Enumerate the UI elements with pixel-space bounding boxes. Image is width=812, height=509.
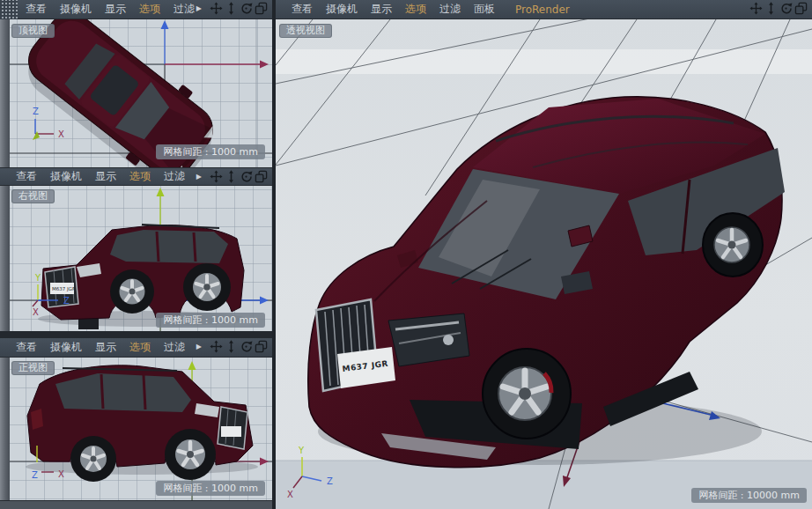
window-bottom-edge xyxy=(0,500,272,509)
zoom-view-icon[interactable] xyxy=(225,2,238,15)
cinema4d-window: 查看 摄像机 显示 选项 过滤 ▶ xyxy=(0,0,812,509)
viewport-label: 右视图 xyxy=(11,189,55,203)
axis-label-z: Z xyxy=(63,296,70,306)
menubar-perspective: 查看 摄像机 显示 选项 过滤 面板 ProRender xyxy=(276,0,812,19)
car-front-view xyxy=(26,365,258,482)
front-wheel xyxy=(110,269,154,314)
viewport-top-canvas[interactable]: Z X 顶视图 网格间距 : 1000 mm xyxy=(10,19,272,167)
axis-label-x: X xyxy=(33,307,39,317)
axis-label-z: Z xyxy=(33,107,39,116)
menu-overflow-icon[interactable]: ▶ xyxy=(196,173,202,181)
perspective-column: 查看 摄像机 显示 选项 过滤 面板 ProRender xyxy=(272,0,812,509)
menubar-front-view: 查看 摄像机 显示 选项 过滤 ▶ xyxy=(0,338,272,358)
window-edge xyxy=(0,358,10,500)
menu-options[interactable]: 选项 xyxy=(404,2,427,17)
viewport-right-canvas[interactable]: M637 JGR xyxy=(10,186,272,331)
menu-filter[interactable]: 过滤 xyxy=(439,2,461,17)
menu-filter[interactable]: 过滤 xyxy=(163,340,186,355)
menu-camera[interactable]: 摄像机 xyxy=(49,340,83,355)
axis-label-y: Y xyxy=(34,273,41,283)
menu-view[interactable]: 查看 xyxy=(15,169,38,184)
axis-label-x: X xyxy=(58,469,64,479)
menu-options[interactable]: 选项 xyxy=(129,169,151,184)
pan-view-icon[interactable] xyxy=(210,170,223,183)
menubar-top-view: 查看 摄像机 显示 选项 过滤 ▶ xyxy=(0,0,272,19)
left-viewport-column: 查看 摄像机 显示 选项 过滤 ▶ xyxy=(0,0,272,509)
viewport-perspective-canvas[interactable]: M637 JGR xyxy=(276,19,812,509)
zoom-view-icon[interactable] xyxy=(225,340,238,353)
pan-view-icon[interactable] xyxy=(210,340,223,353)
menu-overflow-icon[interactable]: ▶ xyxy=(196,343,202,350)
rotate-view-icon[interactable] xyxy=(240,340,253,353)
viewport-label: 顶视图 xyxy=(11,24,55,38)
menu-display[interactable]: 显示 xyxy=(104,2,127,17)
menu-filter[interactable]: 过滤 xyxy=(173,2,196,17)
rear-wheel xyxy=(70,436,116,482)
menu-view[interactable]: 查看 xyxy=(25,2,48,17)
front-view-drawing: Z X xyxy=(10,358,272,500)
pan-view-icon[interactable] xyxy=(210,2,223,15)
rotate-view-icon[interactable] xyxy=(240,2,253,15)
menu-filter[interactable]: 过滤 xyxy=(163,169,186,184)
menu-display[interactable]: 显示 xyxy=(94,340,117,355)
toggle-view-icon[interactable] xyxy=(794,2,808,15)
rotate-view-icon[interactable] xyxy=(779,2,793,15)
menu-view[interactable]: 查看 xyxy=(291,2,314,17)
axis-label-x: X xyxy=(58,129,64,139)
grip-handle[interactable] xyxy=(0,0,18,19)
menubar-right-view: 查看 摄像机 显示 选项 过滤 ▶ xyxy=(0,167,272,186)
menu-display[interactable]: 显示 xyxy=(370,2,393,17)
menu-options[interactable]: 选项 xyxy=(138,2,161,17)
front-wheel xyxy=(483,349,571,439)
menu-camera[interactable]: 摄像机 xyxy=(59,2,92,17)
axis-gizmo-top: Z X xyxy=(33,107,64,140)
toggle-view-icon[interactable] xyxy=(255,170,268,183)
viewport-label: 透视视图 xyxy=(279,24,332,38)
menu-prorender[interactable]: ProRender xyxy=(514,4,571,16)
window-edge xyxy=(0,19,10,167)
menu-options[interactable]: 选项 xyxy=(129,340,151,355)
rotate-view-icon[interactable] xyxy=(240,170,253,183)
viewport-right[interactable]: M637 JGR xyxy=(0,186,272,331)
right-view-drawing: M637 JGR xyxy=(10,186,272,331)
viewport-splitter[interactable] xyxy=(0,331,272,338)
viewport-front-canvas[interactable]: Z X 正视图 网格间距 : 1000 mm xyxy=(10,358,272,500)
menu-panel[interactable]: 面板 xyxy=(473,2,496,17)
axis-label-y: Y xyxy=(298,446,305,455)
menu-camera[interactable]: 摄像机 xyxy=(325,2,358,17)
menu-camera[interactable]: 摄像机 xyxy=(49,169,83,184)
menu-display[interactable]: 显示 xyxy=(94,169,117,184)
menu-overflow-icon[interactable]: ▶ xyxy=(196,4,202,12)
rear-wheel xyxy=(183,263,231,311)
toggle-view-icon[interactable] xyxy=(255,340,268,353)
car-perspective-view: M637 JGR xyxy=(308,97,785,468)
rear-wheel xyxy=(703,213,763,277)
grid-spacing-badge: 网格间距 : 1000 mm xyxy=(156,313,265,328)
front-wheel xyxy=(165,429,216,480)
window-edge xyxy=(0,186,10,331)
grid-spacing-badge: 网格间距 : 1000 mm xyxy=(156,481,265,496)
viewport-top[interactable]: Z X 顶视图 网格间距 : 1000 mm xyxy=(0,19,272,167)
grid-spacing-badge: 网格间距 : 10000 mm xyxy=(691,488,807,503)
menu-view[interactable]: 查看 xyxy=(15,340,38,355)
license-plate-small: M637 JGR xyxy=(52,286,76,292)
pan-view-icon[interactable] xyxy=(749,2,763,15)
perspective-drawing: M637 JGR xyxy=(276,19,812,509)
axis-label-z: Z xyxy=(327,476,333,486)
viewport-label: 正视图 xyxy=(11,361,55,375)
zoom-view-icon[interactable] xyxy=(225,170,238,183)
viewport-front[interactable]: Z X 正视图 网格间距 : 1000 mm xyxy=(0,358,272,500)
toggle-view-icon[interactable] xyxy=(255,2,268,15)
zoom-view-icon[interactable] xyxy=(764,2,778,15)
axis-label-x: X xyxy=(287,490,293,499)
axis-label-z: Z xyxy=(32,470,38,480)
grid-spacing-badge: 网格间距 : 1000 mm xyxy=(156,144,265,159)
